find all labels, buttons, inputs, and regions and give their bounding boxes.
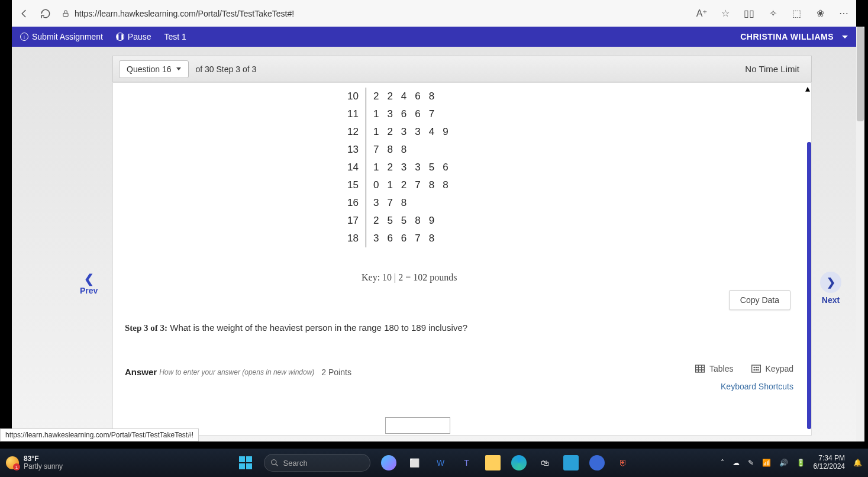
next-button[interactable]: ❯ Next [820,272,841,305]
svg-point-5 [757,367,758,368]
question-panel: ▴ 10224681113667121233491378814123356150… [112,82,812,436]
collections-icon[interactable]: ✧ [767,8,778,19]
search-icon [270,459,279,467]
wifi-icon[interactable]: 📶 [762,459,771,467]
read-aloud-icon[interactable]: A⁺ [696,8,707,19]
chevron-left-icon: ❮ [80,272,98,286]
task-view-icon[interactable]: ⬜ [407,455,422,470]
onedrive-icon[interactable]: ☁ [733,459,740,467]
extension-icon[interactable]: ❀ [815,8,825,19]
security-icon[interactable]: ⛨ [615,455,631,470]
submit-icon: ↓ [20,33,28,41]
stem-leaf-row: 1022468 [344,88,460,105]
user-menu-caret[interactable] [842,36,848,38]
stem-leaf-row: 1113667 [344,105,460,123]
stem-leaf-plot: 1022468111366712123349137881412335615012… [344,88,460,247]
address-bar[interactable]: https://learn.hawkeslearning.com/Portal/… [62,9,686,18]
status-bar-link: https://learn.hawkeslearning.com/Portal/… [0,428,199,441]
chevron-down-icon [176,67,181,70]
split-icon[interactable]: ▯▯ [744,8,754,19]
lock-icon [62,9,70,18]
page-scrollbar[interactable] [856,27,864,441]
table-icon [695,365,705,373]
app-header: ↓ Submit Assignment ❚❚ Pause Test 1 CHRI… [12,27,856,47]
url-text: https://learn.hawkeslearning.com/Portal/… [75,9,294,18]
svg-rect-0 [63,13,68,16]
stem-leaf-row: 12123349 [344,123,460,141]
start-button[interactable] [238,455,253,470]
stem-leaf-row: 1836678 [344,230,460,247]
svg-point-3 [754,367,754,368]
store-icon[interactable]: 🛍 [537,455,553,470]
word-icon[interactable]: W [433,455,448,470]
test-label: Test 1 [164,32,186,41]
weather-icon: 1 [6,456,19,469]
tables-button[interactable]: Tables [695,364,733,373]
prev-button[interactable]: ❮ Prev [80,272,98,295]
content-area: Question 16 of 30 Step 3 of 3 No Time Li… [12,47,856,441]
refresh-icon[interactable] [40,8,51,19]
tray-app-icon[interactable]: ✎ [748,459,754,467]
question-header: Question 16 of 30 Step 3 of 3 No Time Li… [112,56,812,82]
question-dropdown[interactable]: Question 16 [119,60,189,78]
svg-point-7 [756,369,756,370]
keypad-icon [751,365,761,373]
plot-key: Key: 10 | 2 = 102 pounds [362,272,457,283]
battery-icon[interactable]: 🔋 [796,459,805,467]
stem-leaf-row: 13788 [344,141,460,159]
weather-cond: Partly sunny [24,463,63,470]
browser-toolbar: https://learn.hawkeslearning.com/Portal/… [12,0,856,27]
volume-icon[interactable]: 🔊 [779,459,788,467]
copilot-icon[interactable] [381,455,396,470]
stem-leaf-row: 16378 [344,194,460,212]
tray-chevron-icon[interactable]: ˄ [721,459,724,467]
explorer-icon[interactable] [485,455,501,470]
step-indicator: of 30 Step 3 of 3 [196,65,257,74]
scroll-up-icon[interactable]: ▴ [805,83,811,89]
svg-rect-1 [696,365,705,372]
weather-widget[interactable]: 1 83°F Partly sunny [6,455,63,470]
edge-icon[interactable] [511,455,527,470]
svg-point-8 [757,369,758,370]
pause-icon: ❚❚ [116,33,124,41]
stem-leaf-row: 14123356 [344,159,460,176]
help-icon[interactable] [589,455,605,470]
svg-point-9 [271,460,276,465]
stem-leaf-row: 1725589 [344,212,460,230]
submit-assignment-button[interactable]: ↓ Submit Assignment [20,32,103,41]
timer-label: No Time Limit [745,64,799,74]
question-prompt: Step 3 of 3: What is the weight of the h… [125,323,467,333]
app-icon[interactable]: ⬚ [791,8,802,19]
stem-leaf-row: 15012788 [344,176,460,194]
favorite-icon[interactable]: ☆ [720,8,731,19]
answer-points: 2 Points [321,368,351,377]
more-icon[interactable]: ⋯ [838,8,849,19]
svg-rect-2 [751,365,760,372]
clock[interactable]: 7:34 PM 6/12/2024 [814,455,845,471]
svg-point-6 [754,369,754,370]
pause-button[interactable]: ❚❚ Pause [116,32,151,41]
svg-point-4 [756,367,756,368]
answer-hint-link[interactable]: How to enter your answer (opens in new w… [159,368,314,376]
app1-icon[interactable] [563,455,579,470]
keyboard-shortcuts-link[interactable]: Keyboard Shortcuts [721,382,793,391]
keypad-button[interactable]: Keypad [751,364,793,373]
back-icon[interactable] [19,8,30,19]
chevron-right-icon: ❯ [827,276,835,289]
notifications-icon[interactable]: 🔔 [853,459,862,467]
taskbar-search[interactable]: Search [264,454,370,472]
copy-data-button[interactable]: Copy Data [729,290,790,310]
answer-input[interactable] [385,417,450,434]
panel-scrollbar[interactable] [807,142,811,429]
teams-icon[interactable]: T [459,455,475,470]
windows-taskbar: 1 83°F Partly sunny Search ⬜ W T 🛍 ⛨ ˄ ☁… [0,449,868,477]
user-name: CHRISTINA WILLIAMS [740,32,834,41]
